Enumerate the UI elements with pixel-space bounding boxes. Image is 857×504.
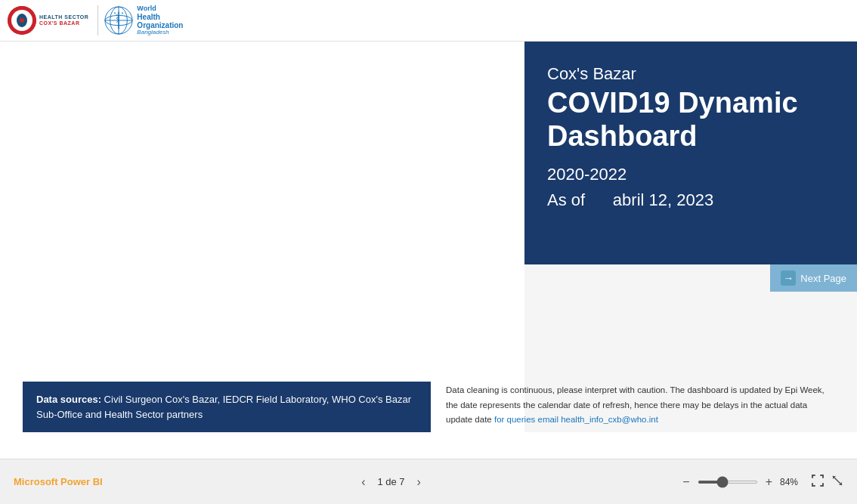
hs-label-top: HEALTH SECTOR (39, 14, 88, 20)
next-page-button[interactable]: → Next Page (770, 264, 857, 292)
next-arrow-icon: → (781, 271, 796, 286)
who-bangladesh-label: Bangladesh (137, 29, 183, 36)
who-health-label: Health (137, 13, 183, 21)
who-logo-area: World Health Organization Bangladesh (97, 5, 183, 36)
dashboard-date: abril 12, 2023 (613, 190, 713, 209)
zoom-in-button[interactable]: + (763, 475, 775, 489)
health-sector-logo: HEALTH SECTOR COX'S BAZAR (8, 6, 88, 35)
zoom-slider[interactable] (698, 481, 758, 484)
health-sector-emblem (8, 6, 36, 35)
dashboard-year: 2020-2022 (547, 165, 834, 184)
white-area (0, 42, 524, 432)
svg-point-3 (20, 18, 24, 23)
who-world-label: World (137, 5, 183, 13)
footer-bar: Microsoft Power BI ‹ 1 de 7 › − + 84% (0, 459, 857, 504)
zoom-percent: 84% (780, 477, 804, 487)
svg-rect-15 (812, 483, 813, 487)
as-of-label: As of (547, 190, 585, 209)
dashboard-title-box: Cox's Bazar COVID19 Dynamic Dashboard 20… (524, 42, 857, 264)
data-sources-text: Data sources: Civil Surgeon Cox's Bazar,… (36, 392, 417, 422)
data-sources-box: Data sources: Civil Surgeon Cox's Bazar,… (23, 382, 431, 432)
disclaimer-text: Data cleaning is continuous, please inte… (446, 385, 825, 424)
header-bar: HEALTH SECTOR COX'S BAZAR World (0, 0, 857, 42)
health-sector-text: HEALTH SECTOR COX'S BAZAR (39, 14, 88, 26)
disclaimer-box: Data cleaning is continuous, please inte… (446, 376, 834, 432)
svg-rect-17 (822, 483, 824, 487)
dashboard-subtitle: Cox's Bazar (547, 64, 834, 84)
fullscreen-button[interactable] (809, 475, 827, 489)
who-emblem-icon (104, 6, 133, 35)
zoom-out-button[interactable]: − (679, 475, 692, 489)
pagination: ‹ 1 de 7 › (357, 474, 425, 490)
power-bi-link[interactable]: Microsoft Power BI (14, 476, 103, 487)
next-page-label: Next Page (800, 273, 846, 284)
svg-rect-11 (812, 475, 813, 478)
disclaimer-email-link[interactable]: for queries email health_info_cxb@who.in… (494, 415, 658, 424)
data-sources-label: Data sources: (36, 394, 101, 405)
main-content: Cox's Bazar COVID19 Dynamic Dashboard 20… (0, 42, 857, 432)
logo-area: HEALTH SECTOR COX'S BAZAR World (8, 5, 183, 36)
page-indicator: 1 de 7 (377, 476, 404, 487)
dashboard-asof: As of abril 12, 2023 (547, 190, 834, 210)
dashboard-title: COVID19 Dynamic Dashboard (547, 87, 834, 153)
prev-page-button[interactable]: ‹ (357, 474, 370, 490)
who-org-label: Organization (137, 21, 183, 29)
zoom-controls: − + 84% (679, 475, 843, 489)
svg-line-18 (833, 476, 842, 485)
svg-rect-13 (822, 475, 824, 478)
hs-label-bottom: COX'S BAZAR (39, 20, 88, 26)
expand-button[interactable] (831, 475, 843, 489)
who-text: World Health Organization Bangladesh (137, 5, 183, 36)
next-page-nav-button[interactable]: › (413, 474, 425, 490)
